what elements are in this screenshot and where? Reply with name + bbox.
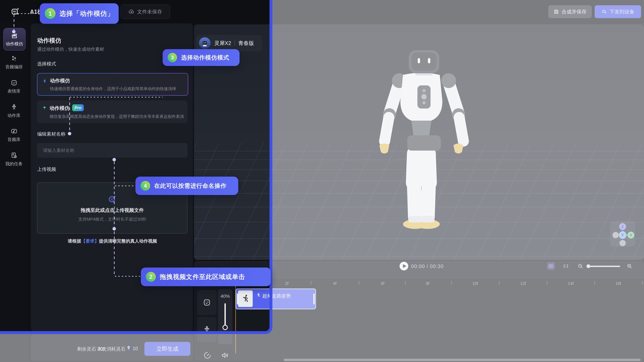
clip-label: 超帅走路姿势 bbox=[262, 293, 291, 299]
view-axis-gizmo[interactable]: Z Y X bbox=[610, 221, 635, 246]
guide-connector bbox=[69, 98, 70, 132]
volume-icon[interactable] bbox=[221, 351, 229, 359]
pro-badge: Pro bbox=[72, 104, 84, 111]
guide-connector bbox=[70, 97, 163, 98]
axis-neg-z[interactable] bbox=[620, 240, 626, 246]
sidebar-item-label: 动作库 bbox=[8, 113, 20, 119]
sidebar-item-label: 音频库 bbox=[8, 137, 20, 143]
mode-title: 动作模仿 bbox=[50, 105, 70, 112]
generate-now-button[interactable]: 立即生成 bbox=[144, 342, 190, 356]
axis-x[interactable]: X bbox=[628, 232, 634, 238]
upload-hint: 支持MP4格式，文件时长不超过30秒 bbox=[78, 216, 146, 222]
axis-y[interactable]: Y bbox=[619, 231, 626, 239]
sidebar: 动作模仿 音频编排 表情库 bbox=[0, 23, 28, 362]
auto-fit-clip-button[interactable] bbox=[547, 262, 555, 270]
lightning-icon bbox=[42, 78, 48, 84]
sidebar-item-motion-library[interactable]: 动作库 bbox=[0, 100, 28, 122]
guide-connector-dot bbox=[112, 158, 116, 161]
film-upload-icon bbox=[107, 194, 117, 204]
sidebar-item-label: 动作模仿 bbox=[6, 41, 23, 47]
timeline-scrollbar[interactable] bbox=[284, 359, 640, 361]
sidebar-item-audio-library[interactable]: 音频库 bbox=[0, 124, 28, 146]
play-button[interactable] bbox=[400, 262, 408, 270]
guide-connector bbox=[114, 162, 114, 276]
deploy-to-device-button[interactable]: 下发到设备 bbox=[595, 5, 641, 18]
zoom-out-icon[interactable] bbox=[576, 262, 584, 270]
sidebar-item-label: 我的任务 bbox=[6, 161, 23, 167]
save-button-label: 合成并保存 bbox=[562, 9, 587, 15]
humanoid-robot-model[interactable] bbox=[364, 49, 479, 235]
step-number-badge: 2 bbox=[146, 272, 156, 282]
guide-connector-dot bbox=[68, 132, 71, 135]
speed-slider-panel: 40% bbox=[218, 289, 232, 344]
gem-icon bbox=[126, 345, 132, 351]
file-status-label: 文件未保存 bbox=[137, 9, 162, 15]
face-library-icon bbox=[10, 79, 18, 87]
robot-download-icon bbox=[601, 9, 607, 15]
robot-avatar bbox=[199, 37, 210, 49]
time-display: 00:00 / 00:30 bbox=[411, 264, 444, 269]
audio-arrange-icon bbox=[10, 55, 18, 62]
badge-divider bbox=[234, 40, 235, 46]
motion-track-button[interactable] bbox=[197, 317, 216, 342]
sidebar-item-expression-library[interactable]: 表情库 bbox=[0, 76, 28, 98]
speed-slider-track[interactable] bbox=[224, 303, 226, 327]
material-name-input[interactable] bbox=[37, 143, 188, 158]
mode-card-standard[interactable]: 动作模仿 快速模仿普通难度的全身动作，适用于小品戏剧等简单动作的快速演绎 bbox=[37, 73, 188, 96]
clip-range-button[interactable] bbox=[562, 262, 570, 270]
deploy-button-label: 下发到设备 bbox=[610, 9, 634, 15]
panel-title: 动作模仿 bbox=[37, 37, 61, 45]
speed-slider-thumb[interactable] bbox=[222, 325, 228, 330]
robot-edition: 青春版 bbox=[238, 40, 254, 47]
sidebar-item-my-tasks[interactable]: 我的任务 bbox=[0, 148, 28, 170]
clip-thumbnail bbox=[238, 290, 253, 307]
footer-divider bbox=[94, 346, 94, 352]
speed-value: 40% bbox=[218, 293, 232, 299]
character-badge[interactable]: 灵犀X2 青春版 bbox=[196, 35, 262, 51]
sidebar-item-audio-arrange[interactable]: 音频编排 bbox=[0, 51, 28, 73]
app-logo-icon[interactable] bbox=[10, 7, 20, 16]
guide-step-1: 1 选择「动作模仿」 bbox=[40, 3, 119, 24]
step-number-badge: 3 bbox=[168, 53, 177, 62]
speed-gauge-icon[interactable] bbox=[203, 351, 212, 359]
guide-connector-dot bbox=[112, 227, 116, 230]
cost-label: 本次消耗灵石 bbox=[97, 346, 126, 352]
axis-z[interactable]: Z bbox=[619, 223, 626, 230]
audio-library-icon bbox=[10, 127, 18, 135]
cost-value: 10 bbox=[132, 346, 138, 351]
upload-note: 请根据【要求】提供清晰完整的真人动作视频 bbox=[37, 238, 188, 244]
zoom-in-icon[interactable] bbox=[626, 262, 633, 270]
guide-step-4: 4 在此可以按需进行命名操作 bbox=[136, 177, 238, 195]
upload-section-label: 上传视频 bbox=[37, 166, 56, 173]
sidebar-item-label: 表情库 bbox=[8, 88, 20, 94]
step-number-badge: 4 bbox=[140, 181, 150, 191]
star-icon bbox=[42, 105, 48, 111]
save-icon bbox=[554, 9, 559, 15]
step-number-badge: 1 bbox=[45, 8, 56, 19]
guide-connector bbox=[14, 14, 14, 31]
axis-neg-x[interactable] bbox=[612, 232, 619, 238]
requirements-link[interactable]: 【要求】 bbox=[81, 238, 99, 243]
expression-track-button[interactable] bbox=[197, 290, 216, 315]
clip-trim-end-handle[interactable] bbox=[313, 293, 315, 304]
timeline-zoom-slider[interactable] bbox=[588, 266, 620, 267]
mode-card-pro[interactable]: 动作模仿 Pro 模仿复杂高精度高动态全身动作复现，适用于舞蹈功夫等丰富表达创作… bbox=[37, 100, 188, 123]
run-icon bbox=[256, 292, 261, 298]
timeline-clip[interactable]: 超帅走路姿势 bbox=[236, 288, 316, 309]
clip-trim-start-handle[interactable] bbox=[237, 293, 238, 304]
robot-name: 灵犀X2 bbox=[214, 40, 231, 47]
my-tasks-icon bbox=[10, 152, 18, 159]
file-unsaved-button[interactable]: 文件未保存 bbox=[120, 5, 170, 19]
upload-title: 拖拽至此或点击上传视频文件 bbox=[81, 207, 144, 213]
app-root: A1机 文件未保存 合成并保存 bbox=[0, 0, 644, 362]
guide-step-3: 3 选择动作模仿模式 bbox=[163, 49, 240, 66]
name-section-label: 编辑素材名称 bbox=[37, 131, 66, 137]
timeline-zoom-slider-thumb[interactable] bbox=[586, 264, 590, 268]
mode-title: 动作模仿 bbox=[50, 77, 70, 84]
guide-connector bbox=[14, 13, 40, 14]
save-button[interactable]: 合成并保存 bbox=[548, 5, 592, 18]
guide-connector bbox=[115, 186, 136, 186]
motion-library-icon bbox=[10, 103, 18, 111]
panel-subtitle: 通过动作模仿，快速生成动作素材 bbox=[37, 46, 104, 52]
mode-section-label: 选择模式 bbox=[37, 61, 56, 67]
